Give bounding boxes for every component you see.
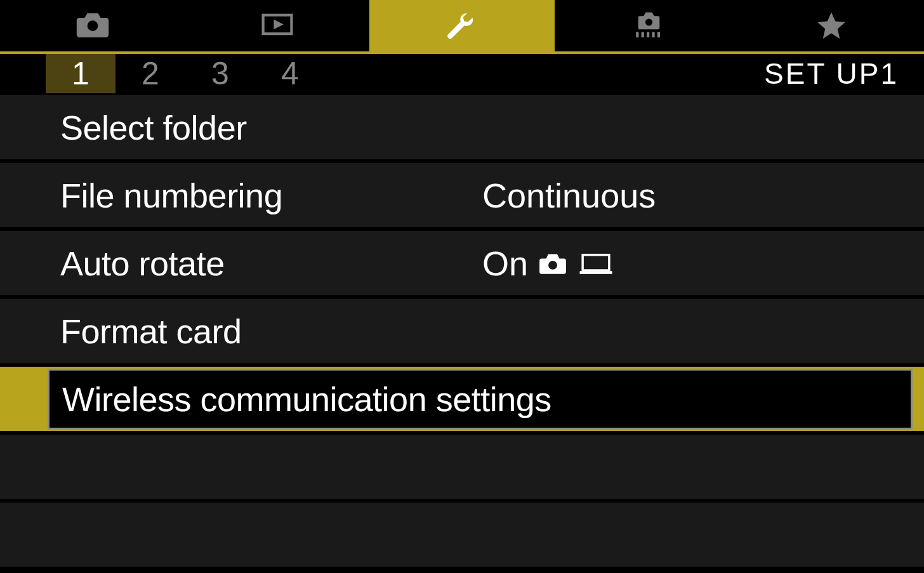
star-icon [809, 7, 854, 44]
tab-shooting[interactable] [0, 0, 185, 51]
tab-setup[interactable] [369, 0, 554, 51]
svg-rect-2 [642, 32, 644, 37]
tab-my-menu[interactable] [739, 0, 924, 51]
svg-rect-5 [657, 32, 660, 37]
svg-rect-6 [583, 254, 609, 270]
menu-label: Format card [60, 312, 242, 351]
menu-value: On [482, 244, 614, 283]
menu-item-auto-rotate[interactable]: Auto rotate On [0, 229, 924, 297]
computer-icon [578, 249, 614, 277]
camera-icon [70, 7, 115, 44]
sub-tab-bar: 1 2 3 4 SET UP1 [0, 54, 924, 93]
sub-tab-3[interactable]: 3 [185, 54, 255, 93]
custom-functions-icon [624, 7, 669, 44]
svg-rect-7 [580, 271, 612, 274]
menu-value: Continuous [482, 176, 656, 215]
svg-rect-1 [636, 32, 638, 37]
tab-playback[interactable] [185, 0, 369, 51]
sub-tab-2[interactable]: 2 [116, 54, 185, 93]
top-tab-bar [0, 0, 924, 54]
svg-rect-4 [652, 32, 655, 37]
section-label: SET UP1 [764, 56, 899, 91]
menu-item-wireless-communication[interactable]: Wireless communication settings [0, 365, 924, 433]
menu-list: Select folder File numbering Continuous … [0, 93, 924, 573]
svg-rect-3 [647, 32, 649, 37]
sub-tab-4[interactable]: 4 [255, 54, 325, 93]
menu-label: Auto rotate [60, 244, 225, 283]
playback-icon [255, 7, 300, 44]
menu-item-empty [0, 501, 924, 569]
menu-item-file-numbering[interactable]: File numbering Continuous [0, 161, 924, 229]
menu-item-empty [0, 433, 924, 501]
menu-label: File numbering [60, 176, 282, 215]
menu-label: Select folder [60, 108, 247, 147]
camera-icon [534, 249, 571, 277]
wrench-icon [440, 7, 484, 44]
menu-item-format-card[interactable]: Format card [0, 297, 924, 365]
sub-tab-1[interactable]: 1 [46, 54, 116, 93]
menu-item-select-folder[interactable]: Select folder [0, 93, 924, 161]
menu-label: Wireless communication settings [62, 379, 551, 419]
tab-custom-functions[interactable] [555, 0, 739, 51]
